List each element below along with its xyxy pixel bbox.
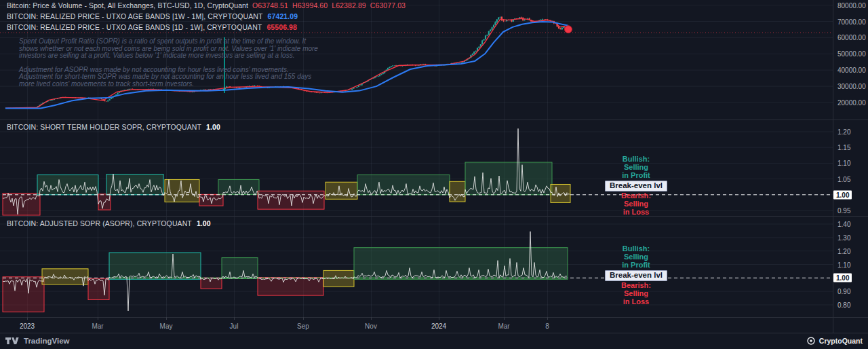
time-axis-label: Mar	[92, 323, 103, 330]
indicator-title: BITCOIN: ADJUSTED SOPR (ASOPR), CRYPTOQU…	[7, 219, 192, 227]
signal-box-red	[3, 193, 40, 215]
y-axis-label: 70000.00	[837, 18, 866, 25]
description-paragraph-sopr: Spent Output Profit Ratio (SOPR) is a ra…	[19, 38, 323, 60]
y-axis-label: 1.20	[837, 128, 850, 136]
time-axis-tick	[439, 317, 439, 320]
ohlc-close: C63077.03	[370, 1, 406, 10]
description-paragraph-asopr: Adjustment for ASOPR was made by not acc…	[19, 67, 323, 88]
signal-box-green	[465, 162, 552, 195]
signal-box-teal	[106, 174, 163, 195]
bullish-label: Selling	[591, 253, 681, 261]
y-axis-label: 20000.00	[837, 99, 866, 107]
time-axis-tick	[27, 317, 28, 320]
cryptoquant-link[interactable]: CryptoQuant	[806, 336, 863, 346]
y-axis-label: 1.40	[837, 221, 850, 228]
indicator-title: BITCOIN: REALIZED PRICE - UTXO AGE BANDS…	[7, 12, 263, 20]
legend-asopr[interactable]: BITCOIN: ADJUSTED SOPR (ASOPR), CRYPTOQU…	[7, 219, 211, 227]
price-series-title: Bitcoin: Price & Volume - Spot, All Exch…	[7, 1, 248, 10]
breakeven-annotation-asopr: Bullish: Selling in Profit Break-even lv…	[591, 245, 681, 306]
time-axis-tick	[371, 317, 372, 320]
indicator-description: Spent Output Profit Ratio (SOPR) is a ra…	[19, 38, 323, 95]
y-axis-label: 0.90	[837, 288, 850, 295]
y-axis-label: 30000.00	[837, 83, 866, 90]
indicator-value: 65506.98	[267, 23, 297, 31]
signal-box-red	[98, 194, 111, 210]
y-axis-label: 1.20	[837, 247, 850, 255]
panel-separator[interactable]	[0, 120, 868, 120]
footer-bar: TradingView CryptoQuant	[0, 333, 868, 349]
time-axis-label: 8	[545, 323, 549, 330]
indicator-title: BITCOIN: REALIZED PRICE - UTXO AGE BANDS…	[7, 23, 262, 31]
price-axis-border	[833, 0, 833, 333]
y-axis-label: 0.80	[837, 301, 850, 309]
time-axis-tick	[98, 317, 98, 320]
breakeven-chip: Break-even lvl	[605, 270, 667, 281]
cryptoquant-wordmark: CryptoQuant	[819, 337, 863, 345]
time-axis-label: 2024	[431, 323, 446, 330]
ohlc-low: L62382.89	[332, 1, 366, 10]
legend-realized-price-1w-1m[interactable]: BITCOIN: REALIZED PRICE - UTXO AGE BANDS…	[7, 12, 298, 20]
time-axis-label: Mar	[498, 323, 509, 330]
signal-box-yellow	[450, 181, 465, 202]
signal-box-teal	[37, 175, 98, 195]
tradingview-chart-window: Bitcoin: Price & Volume - Spot, All Exch…	[0, 0, 868, 349]
cryptoquant-logo-icon	[806, 336, 816, 346]
y-axis-value-chip: 1.00	[833, 274, 852, 282]
legend-realized-price-1d-1w[interactable]: BITCOIN: REALIZED PRICE - UTXO AGE BANDS…	[7, 23, 297, 31]
breakeven-annotation-sopr: Bullish: Selling in Profit Break-even lv…	[591, 155, 681, 217]
y-axis-label: 80000.00	[837, 1, 866, 9]
indicator-title: BITCOIN: SHORT TERM HOLDER SOPR, CRYPTOQ…	[7, 123, 201, 131]
y-axis-label: 1.30	[837, 234, 850, 241]
indicator-value: 1.00	[206, 123, 220, 131]
tradingview-logo-icon	[5, 335, 20, 346]
y-axis-label: 1.05	[837, 175, 850, 183]
time-axis-tick	[166, 317, 167, 320]
time-axis-separator	[0, 317, 868, 318]
ohlc-high: H63994.60	[292, 1, 328, 10]
bullish-label: in Profit	[591, 172, 681, 180]
legend-price-series[interactable]: Bitcoin: Price & Volume - Spot, All Exch…	[7, 1, 406, 10]
signal-box-green	[218, 180, 259, 195]
y-axis-label: 1.10	[837, 261, 850, 268]
y-axis-label: 0.95	[837, 207, 850, 215]
y-axis-label: 40000.00	[837, 67, 866, 74]
tradingview-link[interactable]: TradingView	[5, 335, 70, 346]
time-axis-tick	[234, 317, 235, 320]
breakeven-chip: Break-even lvl	[605, 181, 667, 191]
time-axis-tick	[547, 317, 548, 320]
y-axis-label: 1.10	[837, 160, 850, 167]
y-axis-label: 50000.00	[837, 50, 866, 58]
indicator-value: 67421.09	[268, 12, 298, 20]
bullish-label: Selling	[591, 164, 681, 172]
signal-box-red	[258, 278, 323, 295]
y-axis-value-chip: 1.00	[833, 190, 852, 199]
legend-sth-sopr[interactable]: BITCOIN: SHORT TERM HOLDER SOPR, CRYPTOQ…	[7, 123, 220, 131]
ohlc-open: O63748.51	[252, 1, 288, 10]
tradingview-wordmark: TradingView	[24, 337, 70, 345]
panel-separator[interactable]	[0, 216, 868, 217]
y-axis-label: 60000.00	[837, 34, 866, 41]
time-axis-label: Sep	[297, 323, 309, 330]
bullish-label: in Profit	[591, 261, 681, 270]
time-axis-label: Jul	[230, 323, 239, 330]
signal-box-red	[88, 278, 109, 299]
indicator-value: 1.00	[197, 219, 211, 227]
time-axis-label: May	[160, 323, 173, 330]
signal-box-teal	[109, 253, 201, 279]
time-axis-tick	[303, 317, 304, 320]
last-value-marker-dot	[565, 26, 572, 33]
bearish-label: Selling	[591, 290, 681, 298]
time-axis-tick	[504, 317, 505, 320]
time-axis-label: 2023	[20, 323, 35, 330]
bearish-label: Selling	[591, 200, 681, 208]
bearish-label: in Loss	[591, 208, 681, 217]
time-axis-label: Nov	[365, 323, 377, 330]
y-axis-label: 1.15	[837, 144, 850, 151]
bearish-label: in Loss	[591, 298, 681, 306]
